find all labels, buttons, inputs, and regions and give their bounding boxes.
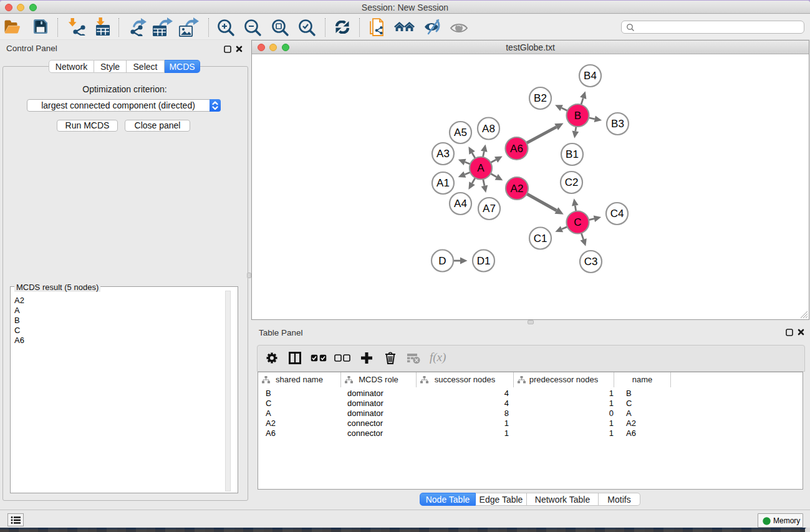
- svg-text:B4: B4: [584, 70, 597, 82]
- svg-text:A3: A3: [436, 148, 450, 160]
- svg-text:A1: A1: [436, 177, 450, 189]
- svg-text:A6: A6: [510, 143, 523, 155]
- svg-text:B2: B2: [534, 92, 547, 104]
- svg-text:B: B: [574, 110, 581, 122]
- svg-text:A5: A5: [454, 127, 467, 138]
- svg-text:D: D: [438, 255, 446, 267]
- svg-text:A8: A8: [482, 123, 495, 135]
- svg-text:C: C: [574, 216, 581, 228]
- svg-text:C2: C2: [565, 177, 579, 188]
- svg-text:C4: C4: [610, 208, 624, 220]
- svg-text:A: A: [477, 162, 485, 174]
- svg-text:D1: D1: [477, 255, 491, 267]
- svg-text:A7: A7: [483, 203, 496, 215]
- svg-text:B3: B3: [611, 118, 624, 130]
- svg-text:C3: C3: [584, 256, 598, 268]
- svg-text:A2: A2: [511, 183, 524, 195]
- svg-text:C1: C1: [534, 233, 547, 244]
- svg-text:B1: B1: [566, 148, 579, 160]
- svg-text:A4: A4: [454, 198, 467, 210]
